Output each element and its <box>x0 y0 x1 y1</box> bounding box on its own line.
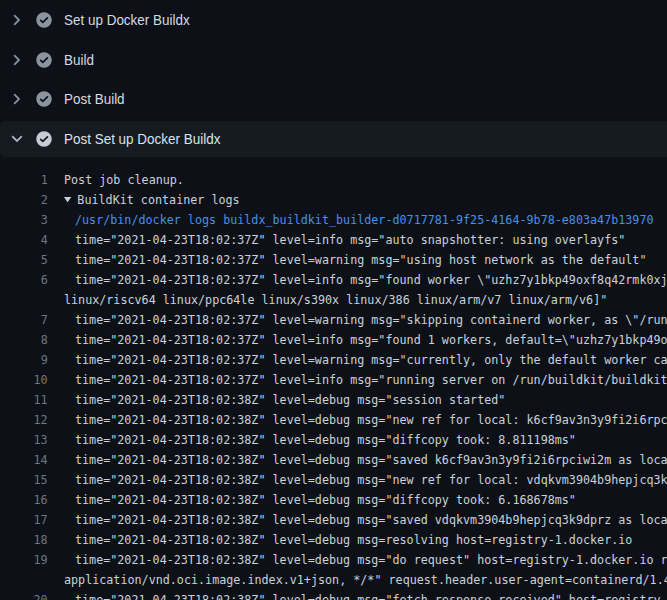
check-circle-icon <box>36 91 52 107</box>
line-number: 11 <box>0 393 48 407</box>
line-number: 12 <box>0 413 48 427</box>
log-line: 6time="2021-04-23T18:02:37Z" level=info … <box>0 270 667 290</box>
line-number: 19 <box>0 553 48 567</box>
log-text: time="2021-04-23T18:02:38Z" level=debug … <box>75 553 667 567</box>
step-title[interactable]: Post Set up Docker Buildx <box>64 130 220 148</box>
line-number: 14 <box>0 453 48 467</box>
log-line: 18time="2021-04-23T18:02:38Z" level=debu… <box>0 530 667 550</box>
log-text: linux/riscv64 linux/ppc64le linux/s390x … <box>64 293 607 307</box>
log-line: 15time="2021-04-23T18:02:38Z" level=debu… <box>0 470 667 490</box>
log-line: 11time="2021-04-23T18:02:38Z" level=debu… <box>0 390 667 410</box>
log-text: time="2021-04-23T18:02:37Z" level=info m… <box>75 373 667 387</box>
log-text: time="2021-04-23T18:02:38Z" level=debug … <box>75 513 667 527</box>
step-header-build[interactable]: Build <box>0 40 667 80</box>
step-header-set-up-docker-buildx[interactable]: Set up Docker Buildx <box>0 0 667 40</box>
log-line: 4time="2021-04-23T18:02:37Z" level=info … <box>0 230 667 250</box>
log-text: time="2021-04-23T18:02:38Z" level=debug … <box>75 393 505 407</box>
log-line: 19time="2021-04-23T18:02:38Z" level=debu… <box>0 550 667 570</box>
step-title[interactable]: Post Build <box>64 90 125 108</box>
chevron-down-icon[interactable] <box>9 131 25 147</box>
line-number: 9 <box>0 353 48 367</box>
line-number: 6 <box>0 273 48 287</box>
line-number: 2 <box>0 193 48 207</box>
log-line: 7time="2021-04-23T18:02:37Z" level=warni… <box>0 310 667 330</box>
line-number: 8 <box>0 333 48 347</box>
log-text: application/vnd.oci.image.index.v1+json,… <box>64 573 667 587</box>
log-text: time="2021-04-23T18:02:38Z" level=debug … <box>75 433 576 447</box>
check-circle-icon <box>36 12 52 28</box>
group-collapse-triangle-icon[interactable] <box>64 197 71 202</box>
log-line: application/vnd.oci.image.index.v1+json,… <box>0 570 667 590</box>
log-group-header[interactable]: 2BuildKit container logs <box>0 190 667 210</box>
log-line: 10time="2021-04-23T18:02:37Z" level=info… <box>0 370 667 390</box>
log-line: 9time="2021-04-23T18:02:37Z" level=warni… <box>0 350 667 370</box>
check-circle-icon <box>36 52 52 68</box>
line-number: 17 <box>0 513 48 527</box>
log-line: linux/riscv64 linux/ppc64le linux/s390x … <box>0 290 667 310</box>
log-line: 1Post job cleanup. <box>0 170 667 190</box>
log-line: 8time="2021-04-23T18:02:37Z" level=info … <box>0 330 667 350</box>
log-text: time="2021-04-23T18:02:38Z" level=debug … <box>75 493 576 507</box>
line-number: 1 <box>0 173 48 187</box>
chevron-right-icon[interactable] <box>9 52 25 68</box>
log-line: 13time="2021-04-23T18:02:38Z" level=debu… <box>0 430 667 450</box>
log-text: time="2021-04-23T18:02:37Z" level=warnin… <box>75 313 667 327</box>
log-line: 12time="2021-04-23T18:02:38Z" level=debu… <box>0 410 667 430</box>
log-text: time="2021-04-23T18:02:37Z" level=info m… <box>75 333 667 347</box>
log-text: time="2021-04-23T18:02:38Z" level=debug … <box>75 453 667 467</box>
log-text: time="2021-04-23T18:02:37Z" level=info m… <box>75 233 625 247</box>
chevron-right-icon[interactable] <box>9 91 25 107</box>
log-line: 16time="2021-04-23T18:02:38Z" level=debu… <box>0 490 667 510</box>
line-number: 3 <box>0 213 48 227</box>
step-header-post-build[interactable]: Post Build <box>0 80 667 120</box>
log-text: Post job cleanup. <box>64 173 184 187</box>
log-line: 5time="2021-04-23T18:02:37Z" level=warni… <box>0 250 667 270</box>
line-number: 4 <box>0 233 48 247</box>
step-header-post-set-up-docker-buildx[interactable]: Post Set up Docker Buildx <box>0 119 667 159</box>
line-number: 20 <box>0 593 48 600</box>
line-number: 10 <box>0 373 48 387</box>
log-text: /usr/bin/docker logs buildx_buildkit_bui… <box>75 213 654 227</box>
log-line: 17time="2021-04-23T18:02:38Z" level=debu… <box>0 510 667 530</box>
line-number: 7 <box>0 313 48 327</box>
chevron-right-icon[interactable] <box>9 12 25 28</box>
log-text: time="2021-04-23T18:02:38Z" level=debug … <box>75 593 667 600</box>
log-text: time="2021-04-23T18:02:37Z" level=info m… <box>75 273 667 287</box>
log-text: time="2021-04-23T18:02:38Z" level=debug … <box>75 413 667 427</box>
line-number: 16 <box>0 493 48 507</box>
log-text: time="2021-04-23T18:02:38Z" level=debug … <box>75 533 632 547</box>
log-text: time="2021-04-23T18:02:38Z" level=debug … <box>75 473 667 487</box>
line-number: 15 <box>0 473 48 487</box>
log-text: BuildKit container logs <box>77 193 239 207</box>
step-title[interactable]: Set up Docker Buildx <box>64 11 190 29</box>
line-number: 13 <box>0 433 48 447</box>
log-text: time="2021-04-23T18:02:37Z" level=warnin… <box>75 353 667 367</box>
log-command-line: 3/usr/bin/docker logs buildx_buildkit_bu… <box>0 210 667 230</box>
log-text: time="2021-04-23T18:02:37Z" level=warnin… <box>75 253 646 267</box>
check-circle-icon <box>36 131 52 147</box>
log-viewer: 1Post job cleanup.2BuildKit container lo… <box>0 170 667 600</box>
line-number: 18 <box>0 533 48 547</box>
step-title[interactable]: Build <box>64 51 94 69</box>
step-list: Set up Docker BuildxBuildPost BuildPost … <box>0 0 667 159</box>
line-number: 5 <box>0 253 48 267</box>
log-line: 14time="2021-04-23T18:02:38Z" level=debu… <box>0 450 667 470</box>
log-line: 20time="2021-04-23T18:02:38Z" level=debu… <box>0 590 667 600</box>
